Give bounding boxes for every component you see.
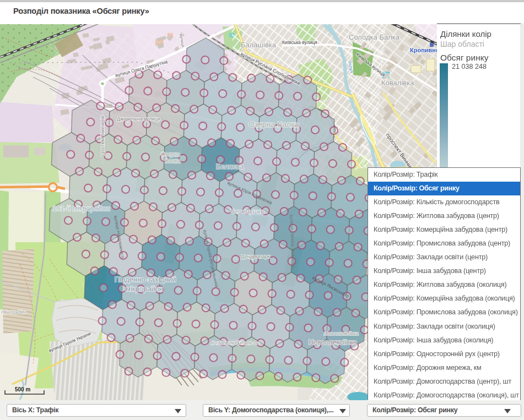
svg-text:проспект Інженерів: проспект Інженерів bbox=[100, 116, 105, 156]
svg-text:Озерна: Озерна bbox=[161, 151, 180, 157]
svg-text:Озерна Балка: Озерна Балка bbox=[249, 120, 299, 129]
svg-text:Бєляєва: Бєляєва bbox=[216, 162, 244, 171]
svg-text:мікрорайон: мікрорайон bbox=[126, 285, 163, 293]
svg-text:Південно-західний: Південно-західний bbox=[115, 275, 176, 283]
svg-text:Дендропарк: Дендропарк bbox=[241, 253, 271, 259]
svg-text:Балка: Балка bbox=[165, 158, 181, 164]
svg-text:ГК «Надія»: ГК «Надія» bbox=[1, 309, 26, 315]
svg-text:Новоолексіївка: Новоолексіївка bbox=[309, 339, 357, 346]
svg-text:К «Автолюбитель-6»: К «Автолюбитель-6» bbox=[211, 340, 260, 346]
svg-text:Київська вулиця: Київська вулиця bbox=[282, 40, 317, 45]
svg-text:101-й мікрорайон: 101-й мікрорайон bbox=[52, 204, 110, 212]
svg-text:Новоолексіївка: Новоолексіївка bbox=[324, 331, 359, 336]
svg-text:Черемушки: Черемушки bbox=[230, 208, 264, 215]
svg-text:500 m: 500 m bbox=[15, 386, 30, 392]
svg-text:Солодка Балка: Солодка Балка bbox=[349, 33, 400, 41]
svg-text:Джерельна вулиця: Джерельна вулиця bbox=[117, 116, 160, 122]
svg-text:Балашівка: Балашівка bbox=[241, 41, 277, 49]
svg-text:Ковалівка: Ковалівка bbox=[381, 79, 414, 87]
